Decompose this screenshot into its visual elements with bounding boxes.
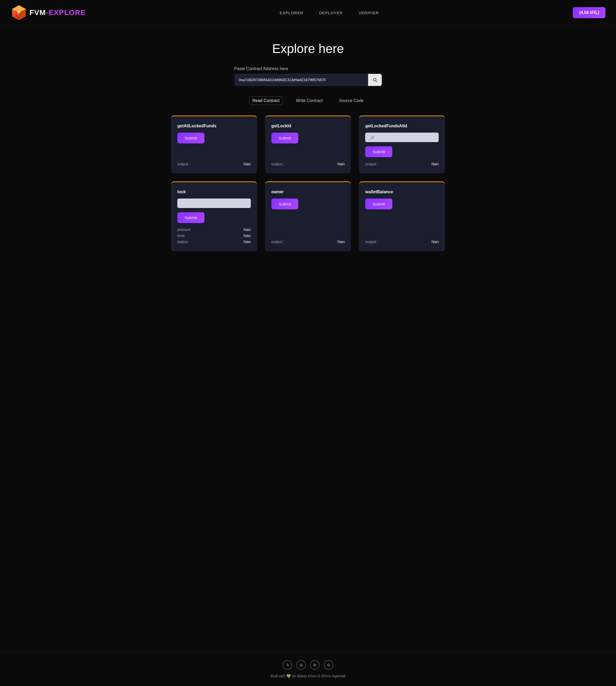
output-row-amount: amount Nan bbox=[177, 227, 251, 232]
card-output: output : Nan bbox=[365, 162, 439, 166]
card-get-lock-id: getLockId Submit output : Nan bbox=[265, 115, 351, 173]
tab-write-contract[interactable]: Write Contract bbox=[293, 97, 326, 105]
main-nav: EXPLORER DEPLOYER VERIFIER bbox=[280, 10, 379, 15]
output-label: output : bbox=[365, 162, 378, 166]
output-label: output : bbox=[365, 239, 378, 244]
card-outputs: amount Nan time Nan status Nan bbox=[177, 227, 251, 244]
footer-built-text: Built with bbox=[270, 674, 285, 678]
social-linkedin[interactable]: in bbox=[310, 660, 320, 670]
submit-button-lock[interactable]: Submit bbox=[177, 212, 204, 223]
card-input-lock[interactable] bbox=[177, 198, 251, 208]
card-title: owner bbox=[271, 190, 345, 194]
output-label: output : bbox=[271, 239, 285, 244]
tab-source-code[interactable]: Source Code bbox=[336, 97, 367, 105]
submit-button-locked-funds-at-id[interactable]: Submit bbox=[365, 146, 392, 157]
search-icon bbox=[372, 77, 378, 83]
wallet-button[interactable]: (4.56 tFIL) bbox=[573, 7, 606, 18]
card-output: output : Nan bbox=[271, 162, 345, 166]
footer-by-text: by Abbas Khan & Dhruv Agarwal bbox=[292, 674, 345, 678]
card-title: walletBalance bbox=[365, 190, 439, 194]
card-lock: lock Submit amount Nan time Nan status N… bbox=[171, 181, 257, 251]
card-title: getLockId bbox=[271, 124, 345, 128]
card-wallet-balance: walletBalance Submit output : Nan bbox=[359, 181, 445, 251]
logo[interactable]: F FVM-EXPLORE bbox=[10, 4, 86, 21]
logo-icon: F bbox=[10, 4, 27, 21]
output-label: output : bbox=[271, 162, 285, 166]
card-output: output : Nan bbox=[271, 239, 345, 244]
submit-button-lock-id[interactable]: Submit bbox=[271, 133, 299, 144]
search-input[interactable] bbox=[234, 74, 368, 86]
logo-dash: - bbox=[46, 8, 48, 17]
output-label-amount: amount bbox=[177, 227, 191, 232]
search-row bbox=[234, 74, 382, 86]
nav-explorer[interactable]: EXPLORER bbox=[280, 10, 304, 15]
output-value-status: Nan bbox=[243, 239, 251, 244]
output-value: Nan bbox=[431, 239, 439, 244]
output-label-status: status bbox=[177, 239, 188, 244]
card-input-id[interactable] bbox=[365, 133, 439, 142]
output-value-amount: Nan bbox=[243, 227, 251, 232]
card-output: output : Nan bbox=[365, 239, 439, 244]
tab-read-contract[interactable]: Read Contract bbox=[249, 97, 282, 105]
social-icons: 𝕏 ◎ in ⊙ bbox=[283, 660, 333, 670]
search-button[interactable] bbox=[368, 74, 382, 86]
submit-button-wallet-balance[interactable]: Submit bbox=[365, 198, 392, 209]
page-title: Explore here bbox=[272, 41, 344, 56]
cards-grid: getAllLockedFunds Submit output : Nan ge… bbox=[171, 115, 445, 251]
card-title: getLockedFundsAtId bbox=[365, 124, 439, 128]
svg-text:F: F bbox=[18, 10, 21, 15]
output-value-time: Nan bbox=[243, 233, 251, 238]
submit-button-owner[interactable]: Submit bbox=[271, 198, 299, 209]
logo-fvm-text: FVM bbox=[29, 8, 46, 17]
social-github[interactable]: ⊙ bbox=[324, 660, 333, 670]
card-output: output : Nan bbox=[177, 162, 251, 166]
logo-explore-text: EXPLORE bbox=[48, 8, 86, 17]
search-section: Paste Contract Address here bbox=[234, 66, 382, 86]
card-title: getAllLockedFunds bbox=[177, 124, 251, 128]
output-value: Nan bbox=[337, 239, 345, 244]
social-twitter[interactable]: 𝕏 bbox=[283, 660, 292, 670]
output-value: Nan bbox=[243, 162, 251, 166]
nav-deployer[interactable]: DEPLOYER bbox=[319, 10, 343, 15]
output-value: Nan bbox=[431, 162, 439, 166]
output-label-time: time bbox=[177, 233, 185, 238]
card-owner: owner Submit output : Nan bbox=[265, 181, 351, 251]
output-row-status: status Nan bbox=[177, 239, 251, 244]
social-instagram[interactable]: ◎ bbox=[296, 660, 306, 670]
output-row-time: time Nan bbox=[177, 233, 251, 238]
footer-credit: Built with 💚 by Abbas Khan & Dhruv Agarw… bbox=[270, 674, 345, 678]
search-label: Paste Contract Address here bbox=[234, 66, 288, 71]
card-get-all-locked-funds: getAllLockedFunds Submit output : Nan bbox=[171, 115, 257, 173]
output-label: output : bbox=[177, 162, 191, 166]
card-title: lock bbox=[177, 190, 251, 194]
submit-button-all-locked-funds[interactable]: Submit bbox=[177, 133, 204, 144]
card-get-locked-funds-at-id: getLockedFundsAtId Submit output : Nan bbox=[359, 115, 445, 173]
nav-verifier[interactable]: VERIFIER bbox=[358, 10, 379, 15]
output-value: Nan bbox=[337, 162, 345, 166]
footer: 𝕏 ◎ in ⊙ Built with 💚 by Abbas Khan & Dh… bbox=[0, 652, 616, 686]
tabs-container: Read Contract Write Contract Source Code bbox=[249, 97, 367, 105]
footer-heart: 💚 bbox=[286, 674, 291, 678]
